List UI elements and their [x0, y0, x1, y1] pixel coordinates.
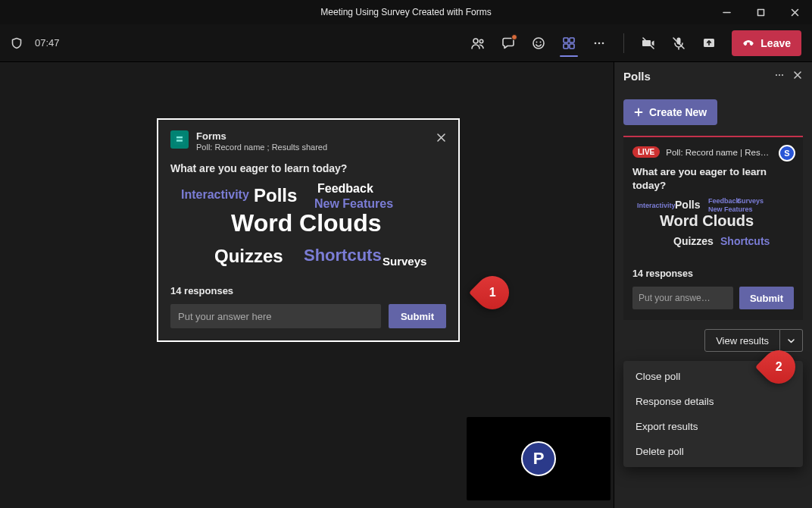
forms-app-name: Forms — [196, 130, 327, 142]
avatar: P — [521, 441, 556, 476]
cloud-word: Interactivity — [181, 188, 249, 202]
window-maximize-button[interactable] — [744, 0, 778, 24]
svg-point-5 — [540, 41, 542, 42]
svg-point-20 — [782, 74, 783, 76]
menu-response-details[interactable]: Response details — [623, 389, 803, 414]
menu-delete-poll[interactable]: Delete poll — [623, 439, 803, 464]
view-results-dropdown-button[interactable] — [780, 329, 803, 352]
view-results-button[interactable]: View results — [704, 329, 780, 352]
svg-rect-16 — [176, 136, 183, 138]
cloud-word: Polls — [254, 185, 297, 206]
responses-count: 14 responses — [170, 285, 446, 296]
leave-button-label: Leave — [760, 37, 791, 49]
live-badge: LIVE — [632, 146, 660, 158]
word-cloud: Interactivity Polls Feedback New Feature… — [170, 182, 446, 281]
svg-rect-17 — [176, 140, 183, 141]
polls-side-panel: Polls Create New LIVE Poll: Record name … — [614, 62, 812, 508]
cloud-word: Word Clouds — [231, 209, 382, 237]
participant-tile[interactable]: P — [467, 417, 611, 500]
chat-button[interactable] — [495, 30, 522, 57]
cloud-word: Polls — [675, 199, 700, 211]
cloud-word: Word Clouds — [660, 212, 754, 230]
more-actions-button[interactable] — [586, 30, 613, 57]
create-new-poll-button[interactable]: Create New — [623, 99, 717, 125]
window-close-button[interactable] — [778, 0, 812, 24]
svg-point-11 — [598, 42, 601, 44]
chevron-down-icon — [787, 337, 795, 345]
forms-poll-card: Forms Poll: Record name ; Results shared… — [157, 118, 460, 342]
svg-rect-7 — [570, 38, 574, 42]
forms-poll-subtitle: Poll: Record name ; Results shared — [196, 143, 327, 152]
meeting-timer: 07:47 — [35, 37, 60, 49]
svg-point-2 — [480, 39, 483, 42]
poll-answer-input[interactable] — [170, 304, 381, 328]
close-card-button[interactable] — [436, 132, 446, 146]
svg-point-3 — [533, 38, 544, 49]
svg-point-10 — [595, 42, 597, 44]
cloud-word: Surveys — [383, 255, 426, 268]
side-submit-answer-button[interactable]: Submit — [739, 287, 794, 309]
toolbar-separator — [623, 33, 624, 53]
notification-dot-icon — [511, 34, 517, 40]
share-button[interactable] — [695, 30, 723, 57]
reactions-button[interactable] — [525, 30, 552, 57]
cloud-word: Feedback — [317, 182, 373, 196]
cloud-word: Shortcuts — [304, 246, 382, 265]
mic-toggle-button[interactable] — [665, 30, 692, 57]
svg-point-18 — [776, 74, 777, 76]
svg-point-1 — [473, 39, 478, 43]
forms-app-icon — [170, 130, 189, 149]
window-minimize-button[interactable] — [710, 0, 744, 24]
leave-button[interactable]: Leave — [732, 30, 801, 56]
submit-answer-button[interactable]: Submit — [389, 304, 446, 328]
cloud-word: Interactivity — [637, 202, 676, 209]
cloud-word: Surveys — [737, 197, 764, 205]
hangup-icon — [742, 37, 754, 49]
people-button[interactable] — [464, 30, 492, 57]
plus-icon — [634, 108, 643, 117]
meeting-stage: Forms Poll: Record name ; Results shared… — [0, 62, 614, 508]
panel-close-button[interactable] — [792, 70, 803, 83]
panel-title: Polls — [623, 70, 651, 83]
cloud-word: Quizzes — [214, 246, 283, 267]
apps-button[interactable] — [555, 30, 582, 57]
side-poll-answer-input[interactable] — [632, 287, 733, 309]
svg-point-12 — [602, 42, 604, 44]
poll-author-avatar: S — [779, 145, 795, 161]
window-titlebar: Meeting Using Survey Created with Forms — [0, 0, 812, 24]
annotation-callout-1: 1 — [469, 269, 516, 316]
camera-toggle-button[interactable] — [635, 30, 662, 57]
poll-question: What are you eager to learn today? — [170, 162, 446, 174]
side-responses-count: 14 responses — [632, 268, 794, 279]
svg-rect-0 — [758, 9, 764, 15]
shield-icon — [11, 37, 23, 49]
svg-point-4 — [536, 41, 538, 42]
svg-point-19 — [779, 74, 780, 76]
cloud-word: Quizzes — [673, 235, 714, 247]
svg-rect-15 — [174, 134, 185, 145]
panel-more-button[interactable] — [774, 70, 785, 83]
side-word-cloud: Interactivity Polls Feedback Surveys New… — [632, 197, 794, 262]
side-poll-question: What are you eager to learn today? — [632, 165, 794, 193]
meeting-toolbar: 07:47 Leave — [0, 24, 812, 62]
poll-meta: Poll: Record name | Results s… — [666, 148, 772, 157]
svg-rect-6 — [564, 38, 568, 42]
live-poll-card: LIVE Poll: Record name | Results s… S Wh… — [623, 136, 803, 320]
svg-rect-9 — [570, 44, 574, 49]
cloud-word: Feedback — [708, 197, 740, 205]
window-title: Meeting Using Survey Created with Forms — [320, 7, 491, 17]
cloud-word: Shortcuts — [720, 235, 770, 247]
menu-export-results[interactable]: Export results — [623, 414, 803, 439]
svg-rect-8 — [564, 44, 568, 49]
